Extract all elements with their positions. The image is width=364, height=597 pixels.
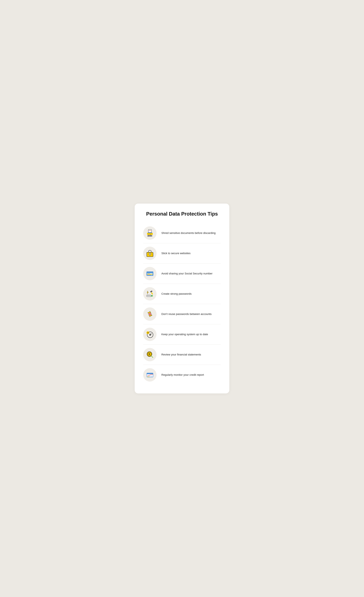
svg-rect-9 bbox=[151, 235, 152, 236]
list-item: Avoid sharing your Social Security numbe… bbox=[143, 264, 221, 284]
dollar-search-icon: $ bbox=[143, 348, 157, 361]
tip-text: Don't reuse passwords between accounts bbox=[161, 312, 212, 316]
svg-text:*: * bbox=[147, 295, 148, 297]
svg-rect-17 bbox=[147, 274, 153, 275]
os-icon: OS bbox=[143, 328, 157, 341]
svg-text:OS: OS bbox=[147, 332, 149, 333]
svg-rect-19 bbox=[148, 275, 151, 275]
svg-rect-24 bbox=[151, 295, 153, 297]
svg-rect-8 bbox=[151, 235, 151, 236]
shredder-icon bbox=[143, 226, 157, 240]
page-title: Personal Data Protection Tips bbox=[143, 211, 221, 217]
svg-rect-4 bbox=[148, 235, 148, 237]
svg-rect-45 bbox=[150, 377, 152, 377]
svg-rect-26 bbox=[151, 292, 153, 295]
tip-text: Avoid sharing your Social Security numbe… bbox=[161, 272, 213, 275]
credit-report-icon bbox=[143, 368, 157, 382]
list-item: Stick to secure websites bbox=[143, 243, 221, 264]
tip-text: Regularly monitor your credit report bbox=[161, 373, 204, 377]
recycle-password-icon bbox=[143, 307, 157, 321]
tip-list: Shred sensitive documents before discard… bbox=[143, 223, 221, 385]
svg-rect-5 bbox=[148, 235, 149, 237]
tip-text: Stick to secure websites bbox=[161, 251, 190, 255]
tip-text: Shred sensitive documents before discard… bbox=[161, 231, 216, 235]
svg-text:*: * bbox=[148, 295, 149, 297]
list-item: Regularly monitor your credit report bbox=[143, 365, 221, 385]
svg-rect-44 bbox=[147, 377, 150, 377]
svg-rect-16 bbox=[147, 272, 153, 273]
svg-point-13 bbox=[150, 253, 150, 254]
svg-text:*: * bbox=[150, 295, 150, 297]
list-item: OS Keep your operating system up to date bbox=[143, 324, 221, 345]
tip-text: Create strong passwords bbox=[161, 292, 192, 296]
lock-icon bbox=[143, 247, 157, 260]
svg-point-40 bbox=[149, 354, 150, 354]
list-item: $ Review your financial statements bbox=[143, 345, 221, 365]
list-item: Shred sensitive documents before discard… bbox=[143, 223, 221, 243]
svg-rect-7 bbox=[150, 235, 150, 237]
svg-rect-25 bbox=[150, 291, 152, 293]
svg-rect-18 bbox=[148, 273, 150, 274]
tip-text: Review your financial statements bbox=[161, 353, 201, 356]
svg-rect-3 bbox=[149, 230, 151, 231]
svg-rect-12 bbox=[150, 254, 150, 255]
list-item: Don't reuse passwords between accounts bbox=[143, 304, 221, 324]
svg-line-38 bbox=[151, 356, 153, 358]
password-icon: * * * bbox=[143, 287, 157, 300]
svg-rect-43 bbox=[147, 374, 153, 374]
svg-rect-2 bbox=[148, 230, 151, 233]
main-card: Personal Data Protection Tips bbox=[135, 204, 229, 393]
tip-text: Keep your operating system up to date bbox=[161, 332, 208, 336]
id-card-icon bbox=[143, 267, 157, 280]
svg-rect-6 bbox=[149, 235, 150, 236]
list-item: * * * Create strong passwords bbox=[143, 284, 221, 304]
